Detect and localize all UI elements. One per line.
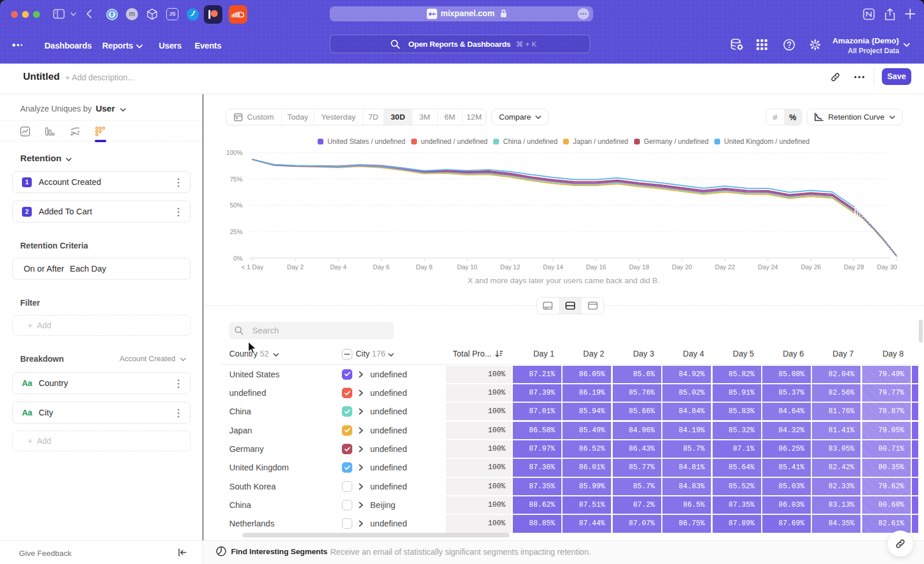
svg-text:Day 10: Day 10	[457, 264, 478, 270]
svg-text:25%: 25%	[230, 228, 243, 235]
svg-text:Day 24: Day 24	[758, 264, 778, 270]
svg-text:75%: 75%	[230, 176, 243, 183]
svg-text:50%: 50%	[230, 202, 243, 209]
svg-text:Day 22: Day 22	[715, 264, 735, 270]
svg-text:Day 16: Day 16	[586, 264, 606, 270]
svg-text:Day 30: Day 30	[877, 264, 897, 270]
svg-text:Day 4: Day 4	[330, 264, 346, 270]
svg-text:Day 18: Day 18	[629, 264, 649, 270]
svg-text:0%: 0%	[233, 255, 243, 262]
svg-text:Day 12: Day 12	[500, 264, 520, 270]
svg-text:< 1 Day: < 1 Day	[241, 264, 264, 270]
svg-text:Day 2: Day 2	[287, 264, 304, 270]
svg-text:Day 6: Day 6	[373, 264, 390, 270]
svg-text:Day 28: Day 28	[844, 264, 864, 270]
svg-text:Day 26: Day 26	[801, 264, 821, 270]
svg-text:Day 8: Day 8	[416, 264, 433, 270]
svg-text:Day 20: Day 20	[672, 264, 692, 270]
svg-text:100%: 100%	[226, 149, 243, 156]
svg-text:Day 14: Day 14	[543, 264, 563, 270]
